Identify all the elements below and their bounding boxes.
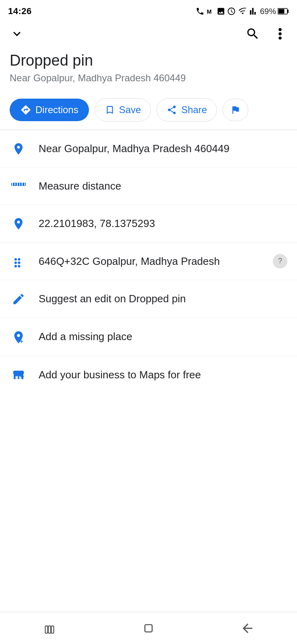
save-button[interactable]: Save	[95, 98, 151, 122]
svg-rect-22	[22, 375, 23, 378]
action-buttons: Directions Save Share	[0, 98, 297, 122]
add-business-icon	[10, 367, 27, 383]
status-time: 14:26	[8, 6, 32, 17]
svg-rect-2	[287, 10, 289, 13]
svg-point-15	[18, 258, 20, 260]
pluscode-text: 646Q+32C Gopalpur, Madhya Pradesh	[39, 254, 262, 268]
collapse-button[interactable]	[8, 25, 26, 43]
svg-point-6	[278, 37, 282, 40]
ruler-icon	[10, 179, 27, 189]
image-icon	[217, 7, 225, 16]
share-icon	[167, 105, 177, 115]
svg-point-17	[18, 261, 20, 264]
flag-icon	[230, 105, 241, 115]
svg-rect-25	[52, 626, 54, 633]
add-place-item[interactable]: + Add a missing place	[0, 318, 297, 356]
svg-point-5	[278, 32, 282, 35]
location-plus-icon: +	[11, 330, 26, 345]
svg-point-16	[14, 261, 17, 264]
measure-text: Measure distance	[39, 179, 287, 193]
bottom-nav	[0, 612, 297, 644]
save-icon	[105, 105, 115, 115]
back-button[interactable]	[231, 616, 264, 640]
svg-point-14	[14, 258, 17, 260]
recent-apps-icon	[42, 621, 57, 636]
grid-dots-icon	[12, 255, 25, 268]
place-subtitle: Near Gopalpur, Madhya Pradesh 460449	[10, 72, 287, 84]
address-text: Near Gopalpur, Madhya Pradesh 460449	[39, 141, 287, 156]
svg-rect-9	[14, 183, 15, 186]
svg-point-4	[278, 28, 282, 31]
location-pin-2-icon	[12, 217, 25, 231]
coordinates-icon	[10, 216, 27, 231]
signal-icon	[250, 7, 258, 16]
svg-rect-10	[17, 182, 18, 187]
svg-rect-11	[19, 183, 20, 186]
phone-icon	[196, 7, 204, 16]
status-icons: M 69%	[196, 7, 289, 16]
more-options-button[interactable]	[271, 25, 289, 43]
coordinates-item[interactable]: 22.2101983, 78.1375293	[0, 205, 297, 242]
info-list: Near Gopalpur, Madhya Pradesh 460449 Mea…	[0, 130, 297, 394]
help-icon[interactable]: ?	[273, 254, 287, 268]
share-button[interactable]: Share	[157, 98, 217, 122]
suggest-edit-text: Suggest an edit on Dropped pin	[39, 291, 287, 306]
wifi-icon	[237, 7, 248, 16]
flag-button[interactable]	[223, 99, 248, 121]
pluscode-item[interactable]: 646Q+32C Gopalpur, Madhya Pradesh ?	[0, 243, 297, 280]
place-info: Dropped pin Near Gopalpur, Madhya Prades…	[0, 47, 297, 98]
svg-rect-7	[11, 183, 26, 186]
add-business-text: Add your business to Maps for free	[39, 367, 287, 382]
business-plus-icon	[11, 368, 26, 383]
back-icon	[240, 621, 255, 636]
directions-label: Directions	[35, 104, 78, 116]
battery-icon	[278, 8, 289, 15]
address-icon	[10, 141, 27, 156]
top-nav	[0, 21, 297, 47]
measure-icon	[11, 180, 26, 189]
pluscode-icon	[10, 254, 27, 268]
status-bar: 14:26 M 69%	[0, 0, 297, 21]
share-label: Share	[181, 104, 207, 116]
measure-item[interactable]: Measure distance	[0, 167, 297, 205]
svg-rect-8	[12, 182, 13, 187]
gmail-icon: M	[206, 7, 215, 16]
address-item: Near Gopalpur, Madhya Pradesh 460449	[0, 130, 297, 167]
place-title: Dropped pin	[10, 52, 287, 70]
save-label: Save	[119, 104, 141, 116]
directions-button[interactable]: Directions	[10, 99, 89, 121]
location-pin-icon	[12, 142, 25, 156]
suggest-edit-item[interactable]: Suggest an edit on Dropped pin	[0, 280, 297, 318]
chevron-down-icon	[10, 27, 24, 41]
svg-text:M: M	[207, 8, 212, 15]
svg-rect-23	[45, 626, 48, 633]
svg-rect-12	[22, 182, 23, 187]
home-icon	[141, 621, 156, 636]
pencil-icon	[12, 292, 25, 306]
search-button[interactable]	[244, 25, 262, 43]
add-place-icon: +	[10, 329, 27, 345]
svg-point-19	[18, 265, 20, 267]
battery-text: 69%	[260, 7, 276, 16]
svg-rect-3	[278, 9, 285, 14]
svg-text:+: +	[20, 338, 23, 345]
more-options-icon	[278, 27, 282, 41]
svg-rect-13	[24, 183, 25, 186]
search-icon	[245, 27, 260, 41]
directions-icon	[20, 104, 31, 116]
edit-icon	[10, 291, 27, 306]
coordinates-text: 22.2101983, 78.1375293	[39, 216, 287, 231]
svg-point-18	[14, 265, 17, 267]
home-button[interactable]	[132, 616, 165, 640]
alarm-icon	[227, 7, 236, 16]
add-business-item[interactable]: Add your business to Maps for free	[0, 356, 297, 394]
add-place-text: Add a missing place	[39, 329, 287, 344]
recent-apps-button[interactable]	[33, 616, 66, 640]
svg-rect-24	[48, 626, 51, 633]
svg-rect-26	[145, 625, 152, 632]
